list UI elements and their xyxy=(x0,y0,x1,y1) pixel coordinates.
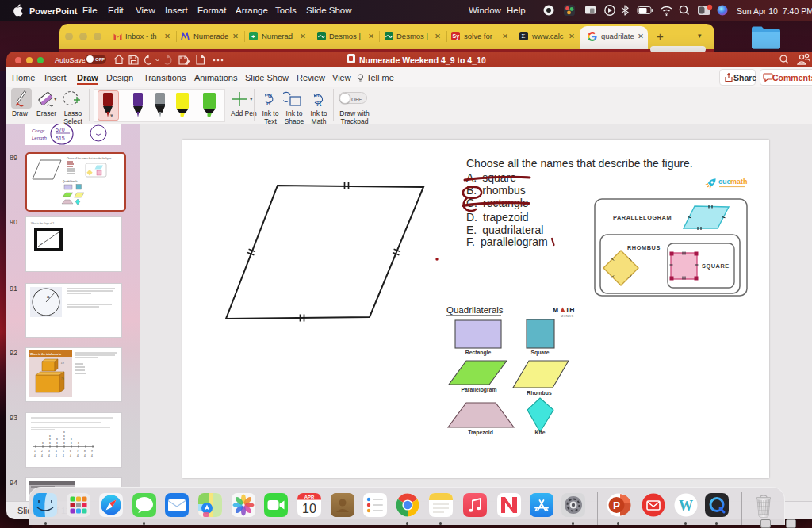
svg-text:APR: APR xyxy=(304,495,314,499)
svg-text:Rhombus: Rhombus xyxy=(527,390,552,396)
svg-text:x: x xyxy=(49,442,51,445)
svg-text:x: x xyxy=(71,438,72,441)
svg-text:x: x xyxy=(49,438,51,441)
svg-text:570: 570 xyxy=(56,127,65,132)
svg-text:1: 1 xyxy=(34,450,36,453)
svg-text:x: x xyxy=(63,442,65,445)
svg-text:5: 5 xyxy=(63,450,64,453)
svg-text:4: 4 xyxy=(77,454,79,457)
svg-text:x: x xyxy=(63,438,65,441)
svg-text:7: 7 xyxy=(77,450,79,453)
svg-text:4 ft: 4 ft xyxy=(61,362,64,365)
svg-text:8: 8 xyxy=(84,450,86,453)
svg-text:4: 4 xyxy=(48,454,50,457)
svg-text:4: 4 xyxy=(56,450,57,453)
svg-text:cue: cue xyxy=(718,178,731,186)
svg-text:W: W xyxy=(679,498,693,514)
svg-text:4: 4 xyxy=(56,454,57,457)
svg-text:515: 515 xyxy=(56,136,65,141)
svg-text:math: math xyxy=(730,178,748,186)
svg-text:x: x xyxy=(56,442,58,445)
svg-text:7 ft: 7 ft xyxy=(61,377,64,381)
svg-text:4: 4 xyxy=(91,454,93,457)
svg-text:Quadrilaterals: Quadrilaterals xyxy=(446,305,504,315)
svg-text:4: 4 xyxy=(63,454,64,457)
svg-text:Parallelogram: Parallelogram xyxy=(462,387,497,393)
svg-text:6: 6 xyxy=(70,450,71,453)
svg-text:TH: TH xyxy=(565,306,574,314)
svg-text:PARALLELOGRAM: PARALLELOGRAM xyxy=(613,214,672,221)
svg-text:RHOMBUS: RHOMBUS xyxy=(627,244,661,251)
svg-text:2: 2 xyxy=(41,450,43,453)
svg-text:Kite: Kite xyxy=(535,430,546,435)
svg-text:SQUARE: SQUARE xyxy=(702,262,730,270)
svg-text:Choose all the names that desc: Choose all the names that describe the f… xyxy=(67,157,112,160)
svg-text:Square: Square xyxy=(530,350,549,356)
svg-text:4: 4 xyxy=(34,454,36,457)
svg-text:Lengτh: Lengτh xyxy=(32,136,48,140)
svg-text:MONKS: MONKS xyxy=(561,315,573,318)
svg-text:x: x xyxy=(78,442,79,445)
svg-text:67°: 67° xyxy=(40,243,44,246)
svg-text:Rectangle: Rectangle xyxy=(465,350,492,356)
svg-text:4: 4 xyxy=(84,454,86,457)
svg-text:10: 10 xyxy=(302,502,316,515)
svg-text:Congr: Congr xyxy=(32,128,45,133)
svg-text:4: 4 xyxy=(70,454,71,457)
svg-text:M: M xyxy=(553,306,558,314)
svg-text:Trapezoid: Trapezoid xyxy=(468,430,493,436)
svg-text:x: x xyxy=(42,442,44,445)
svg-text:3: 3 xyxy=(48,450,50,453)
svg-text:What is the slope of ?: What is the slope of ? xyxy=(31,222,54,225)
svg-text:x: x xyxy=(56,438,58,441)
svg-text:x: x xyxy=(71,442,72,445)
svg-text:When is the total area la: When is the total area la xyxy=(30,353,61,356)
svg-text:Quadrilaterals: Quadrilaterals xyxy=(63,180,78,183)
svg-text:4: 4 xyxy=(41,454,43,457)
svg-text:9: 9 xyxy=(91,450,93,453)
svg-text:P: P xyxy=(612,499,619,511)
svg-text:x: x xyxy=(63,430,65,434)
